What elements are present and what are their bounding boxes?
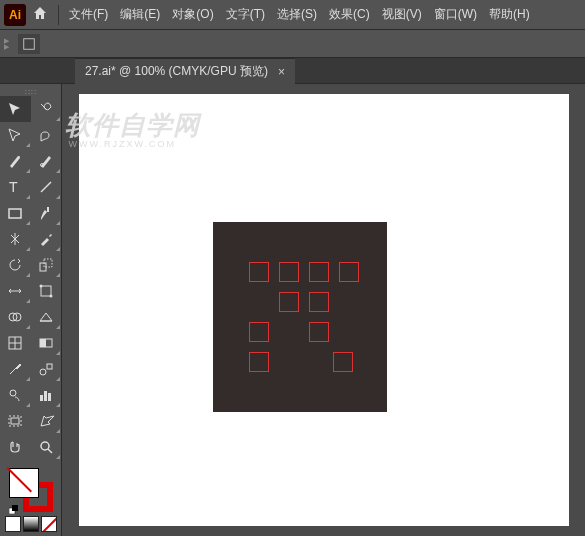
- free-transform-tool[interactable]: [31, 278, 62, 304]
- svg-point-1: [18, 156, 20, 158]
- menu-separator: [58, 5, 59, 25]
- tab-close-icon[interactable]: ×: [278, 65, 285, 79]
- fill-stroke-swatch[interactable]: [9, 468, 53, 512]
- svg-rect-7: [40, 263, 46, 271]
- eraser-tool[interactable]: [31, 226, 62, 252]
- svg-point-10: [39, 285, 42, 288]
- swap-fill-stroke-icon[interactable]: [9, 500, 21, 512]
- watermark: 软件自学网 WWW.RJZXW.COM: [65, 108, 200, 149]
- perspective-grid-tool[interactable]: [31, 304, 62, 330]
- svg-line-29: [48, 449, 52, 453]
- art-square[interactable]: [279, 262, 299, 282]
- tab-spacer: [0, 58, 75, 84]
- svg-rect-23: [40, 395, 43, 401]
- tools-panel: ∷∷ T: [0, 84, 62, 536]
- hand-tool[interactable]: [0, 434, 31, 460]
- svg-rect-31: [12, 505, 18, 511]
- svg-point-28: [41, 442, 49, 450]
- main-area: ∷∷ T: [0, 84, 585, 536]
- svg-rect-0: [24, 38, 35, 49]
- slice-tool[interactable]: [31, 408, 62, 434]
- tab-bar-rest: [295, 58, 585, 84]
- svg-rect-9: [41, 286, 51, 296]
- direct-selection-tool[interactable]: [0, 122, 31, 148]
- svg-rect-6: [47, 207, 49, 212]
- menu-edit[interactable]: 编辑(E): [120, 6, 160, 23]
- document-tab-bar: 27.ai* @ 100% (CMYK/GPU 预览) ×: [0, 58, 585, 84]
- column-graph-tool[interactable]: [31, 382, 62, 408]
- art-square[interactable]: [339, 262, 359, 282]
- color-mode-row: [2, 516, 59, 532]
- panel-expand-icon[interactable]: ▶▶: [4, 34, 14, 54]
- svg-rect-21: [47, 364, 52, 369]
- menu-type[interactable]: 文字(T): [226, 6, 265, 23]
- menu-view[interactable]: 视图(V): [382, 6, 422, 23]
- line-tool[interactable]: [31, 174, 62, 200]
- art-square[interactable]: [309, 292, 329, 312]
- app-logo: Ai: [4, 4, 26, 26]
- menu-effect[interactable]: 效果(C): [329, 6, 370, 23]
- rectangle-tool[interactable]: [0, 200, 31, 226]
- zoom-tool[interactable]: [31, 434, 62, 460]
- watermark-url: WWW.RJZXW.COM: [69, 139, 200, 149]
- magic-wand-tool[interactable]: [31, 96, 62, 122]
- art-square[interactable]: [249, 352, 269, 372]
- art-square[interactable]: [333, 352, 353, 372]
- width-tool[interactable]: [0, 278, 31, 304]
- tools-panel-grip[interactable]: ∷∷: [0, 88, 61, 96]
- curvature-tool[interactable]: [31, 148, 62, 174]
- art-square[interactable]: [309, 322, 329, 342]
- svg-text:T: T: [9, 179, 18, 195]
- menu-file[interactable]: 文件(F): [69, 6, 108, 23]
- watermark-text: 软件自学网: [65, 108, 200, 143]
- paintbrush-tool[interactable]: [31, 200, 62, 226]
- rotate-tool[interactable]: [0, 252, 31, 278]
- blend-tool[interactable]: [31, 356, 62, 382]
- symbol-sprayer-tool[interactable]: [0, 382, 31, 408]
- svg-rect-27: [11, 418, 19, 424]
- menu-select[interactable]: 选择(S): [277, 6, 317, 23]
- artboard-tool[interactable]: [0, 408, 31, 434]
- menu-window[interactable]: 窗口(W): [434, 6, 477, 23]
- art-square[interactable]: [279, 292, 299, 312]
- type-tool[interactable]: T: [0, 174, 31, 200]
- pen-tool[interactable]: [0, 148, 31, 174]
- svg-rect-5: [9, 209, 21, 218]
- eyedropper-tool[interactable]: [0, 356, 31, 382]
- svg-line-4: [41, 182, 51, 192]
- svg-rect-25: [48, 393, 51, 401]
- scale-tool[interactable]: [31, 252, 62, 278]
- document-tab-title: 27.ai* @ 100% (CMYK/GPU 预览): [85, 63, 268, 80]
- color-controls: [0, 460, 61, 536]
- lasso-tool[interactable]: [31, 122, 62, 148]
- art-square[interactable]: [249, 322, 269, 342]
- svg-point-20: [40, 369, 46, 375]
- control-bar: ▶▶: [0, 30, 585, 58]
- mesh-tool[interactable]: [0, 330, 31, 356]
- artboard[interactable]: [213, 222, 387, 412]
- art-square[interactable]: [249, 262, 269, 282]
- shape-builder-tool[interactable]: [0, 304, 31, 330]
- menu-help[interactable]: 帮助(H): [489, 6, 530, 23]
- no-selection-indicator[interactable]: [18, 34, 40, 54]
- color-mode-gradient[interactable]: [23, 516, 39, 532]
- canvas[interactable]: 软件自学网 WWW.RJZXW.COM: [79, 94, 569, 526]
- document-tab[interactable]: 27.ai* @ 100% (CMYK/GPU 预览) ×: [75, 58, 295, 84]
- gradient-tool[interactable]: [31, 330, 62, 356]
- menu-object[interactable]: 对象(O): [172, 6, 213, 23]
- art-square[interactable]: [309, 262, 329, 282]
- shaper-tool[interactable]: [0, 226, 31, 252]
- svg-point-22: [10, 390, 16, 396]
- svg-rect-24: [44, 391, 47, 401]
- svg-rect-19: [40, 339, 46, 347]
- svg-point-11: [49, 295, 52, 298]
- selection-tool[interactable]: [0, 96, 31, 122]
- menu-bar: Ai 文件(F) 编辑(E) 对象(O) 文字(T) 选择(S) 效果(C) 视…: [0, 0, 585, 30]
- canvas-viewport[interactable]: 软件自学网 WWW.RJZXW.COM: [62, 84, 585, 536]
- color-mode-none[interactable]: [41, 516, 57, 532]
- color-mode-solid[interactable]: [5, 516, 21, 532]
- home-icon[interactable]: [32, 5, 48, 25]
- fill-swatch[interactable]: [9, 468, 39, 498]
